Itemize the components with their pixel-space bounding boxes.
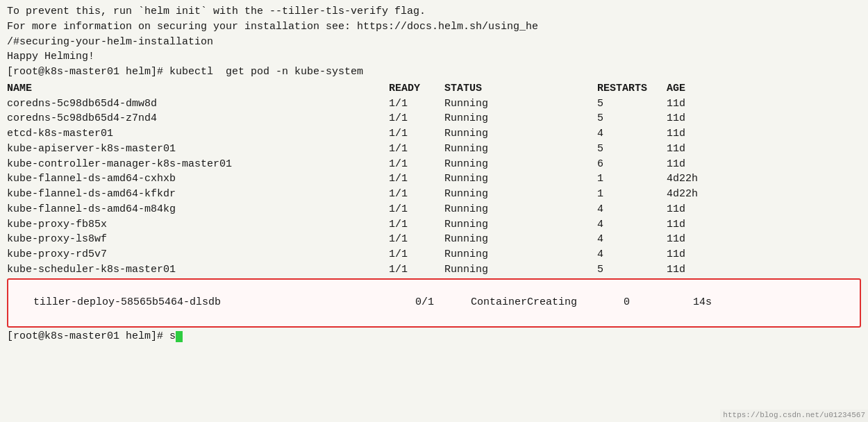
- pod-row: coredns-5c98db65d4-z7nd41/1Running511d: [7, 111, 861, 126]
- tiller-pod-ready: 0/1: [415, 295, 471, 310]
- pod-status: Running: [444, 232, 597, 247]
- table-header: NAMEREADYSTATUSRESTARTSAGE: [7, 81, 861, 96]
- line-command: [root@k8s-master01 helm]# kubectl get po…: [7, 65, 861, 80]
- col-header-status: STATUS: [444, 81, 597, 96]
- pod-ready: 1/1: [389, 111, 444, 126]
- pod-restarts: 5: [597, 142, 667, 157]
- pod-status: Running: [444, 217, 597, 233]
- pod-name: kube-flannel-ds-amd64-kfkdr: [7, 187, 389, 202]
- url-watermark: https://blog.csdn.net/u01234567: [720, 410, 868, 422]
- pod-row: coredns-5c98db65d4-dmw8d1/1Running511d: [7, 96, 861, 112]
- pod-name: coredns-5c98db65d4-z7nd4: [7, 111, 389, 126]
- pod-restarts: 5: [597, 111, 667, 126]
- pod-restarts: 4: [597, 247, 667, 262]
- pod-ready: 1/1: [389, 187, 444, 202]
- pod-age: 11d: [667, 126, 685, 142]
- pod-row: kube-controller-manager-k8s-master011/1R…: [7, 157, 861, 172]
- bottom-prompt-line: [root@k8s-master01 helm]# s: [7, 329, 861, 344]
- pod-row: kube-proxy-ls8wf1/1Running411d: [7, 232, 861, 247]
- pod-status: Running: [444, 187, 597, 202]
- pod-age: 11d: [667, 96, 685, 112]
- tiller-pod-age: 14s: [693, 295, 712, 310]
- pod-name: kube-apiserver-k8s-master01: [7, 142, 389, 157]
- pod-row: kube-flannel-ds-amd64-kfkdr1/1Running14d…: [7, 187, 861, 202]
- tiller-pod-restarts: 0: [624, 295, 693, 310]
- line-happy: Happy Helming!: [7, 49, 861, 65]
- pod-ready: 1/1: [389, 142, 444, 157]
- pod-ready: 1/1: [389, 247, 444, 262]
- pod-status: Running: [444, 126, 597, 142]
- pod-age: 11d: [667, 262, 685, 278]
- pod-ready: 1/1: [389, 262, 444, 278]
- pod-age: 11d: [667, 202, 685, 217]
- tiller-pod-name: tiller-deploy-58565b5464-dlsdb: [33, 295, 415, 310]
- pod-name: etcd-k8s-master01: [7, 126, 389, 142]
- pod-restarts: 1: [597, 187, 667, 202]
- cursor-block: [176, 331, 183, 342]
- pod-name: kube-controller-manager-k8s-master01: [7, 157, 389, 172]
- pod-ready: 1/1: [389, 217, 444, 233]
- pod-status: Running: [444, 111, 597, 126]
- pod-ready: 1/1: [389, 202, 444, 217]
- pod-age: 11d: [667, 217, 685, 233]
- pod-name: kube-proxy-ls8wf: [7, 232, 389, 247]
- pod-name: coredns-5c98db65d4-dmw8d: [7, 96, 389, 112]
- pod-ready: 1/1: [389, 232, 444, 247]
- pod-age: 11d: [667, 142, 685, 157]
- pod-name: kube-proxy-fb85x: [7, 217, 389, 233]
- pod-status: Running: [444, 171, 597, 187]
- line-securing: /#securing-your-helm-installation: [7, 35, 861, 50]
- pod-age: 4d22h: [667, 187, 698, 202]
- pod-ready: 1/1: [389, 126, 444, 142]
- col-header-name: NAME: [7, 81, 389, 96]
- pod-row: kube-scheduler-k8s-master011/1Running511…: [7, 262, 861, 278]
- pod-ready: 1/1: [389, 171, 444, 187]
- pod-name: kube-proxy-rd5v7: [7, 247, 389, 262]
- line-info: For more information on securing your in…: [7, 19, 861, 35]
- pod-ready: 1/1: [389, 157, 444, 172]
- pod-restarts: 5: [597, 262, 667, 278]
- pod-row: kube-proxy-fb85x1/1Running411d: [7, 217, 861, 233]
- pod-row: etcd-k8s-master011/1Running411d: [7, 126, 861, 142]
- pod-row: kube-flannel-ds-amd64-m84kg1/1Running411…: [7, 202, 861, 217]
- pod-row: kube-proxy-rd5v71/1Running411d: [7, 247, 861, 262]
- pod-status: Running: [444, 96, 597, 112]
- pod-status: Running: [444, 262, 597, 278]
- pod-age: 11d: [667, 157, 685, 172]
- pod-status: Running: [444, 142, 597, 157]
- pod-age: 11d: [667, 111, 685, 126]
- pod-restarts: 6: [597, 157, 667, 172]
- pod-restarts: 5: [597, 96, 667, 112]
- col-header-restarts: RESTARTS: [597, 81, 667, 96]
- pod-restarts: 1: [597, 171, 667, 187]
- highlighted-pod-row: tiller-deploy-58565b5464-dlsdb0/1Contain…: [7, 278, 861, 328]
- pod-age: 11d: [667, 247, 685, 262]
- pod-restarts: 4: [597, 126, 667, 142]
- pod-status: Running: [444, 247, 597, 262]
- pod-name: kube-flannel-ds-amd64-cxhxb: [7, 171, 389, 187]
- pod-row: kube-apiserver-k8s-master011/1Running511…: [7, 142, 861, 157]
- pod-restarts: 4: [597, 232, 667, 247]
- pod-age: 11d: [667, 232, 685, 247]
- pod-name: kube-scheduler-k8s-master01: [7, 262, 389, 278]
- pod-row: kube-flannel-ds-amd64-cxhxb1/1Running14d…: [7, 171, 861, 187]
- bottom-prompt-text: [root@k8s-master01 helm]# s: [7, 330, 176, 342]
- pod-name: kube-flannel-ds-amd64-m84kg: [7, 202, 389, 217]
- col-header-ready: READY: [389, 81, 444, 96]
- pod-age: 4d22h: [667, 171, 698, 187]
- pod-status: Running: [444, 202, 597, 217]
- terminal: To prevent this, run `helm init` with th…: [0, 0, 868, 422]
- pod-table: coredns-5c98db65d4-dmw8d1/1Running511dco…: [7, 96, 861, 278]
- pod-ready: 1/1: [389, 96, 444, 112]
- pod-status: Running: [444, 157, 597, 172]
- pod-restarts: 4: [597, 202, 667, 217]
- tiller-pod-status: ContainerCreating: [471, 295, 624, 310]
- line-prevent: To prevent this, run `helm init` with th…: [7, 4, 861, 19]
- pod-restarts: 4: [597, 217, 667, 233]
- col-header-age: AGE: [667, 81, 685, 96]
